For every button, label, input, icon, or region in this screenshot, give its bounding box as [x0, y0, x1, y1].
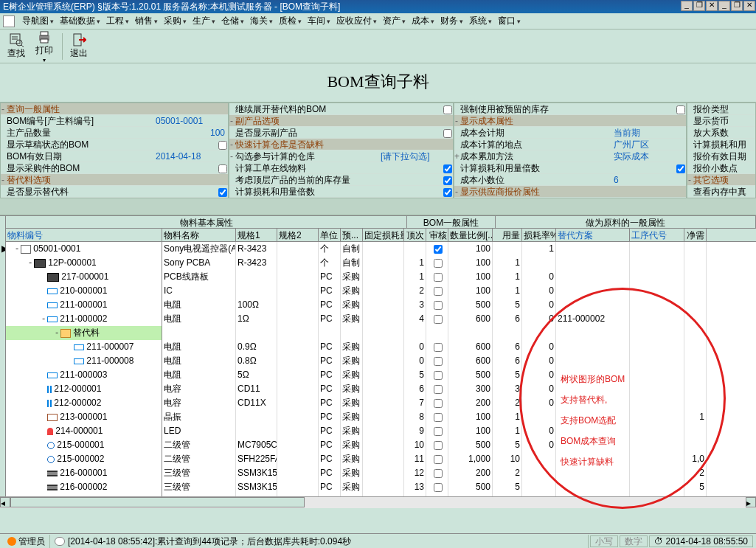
table-row[interactable]: 217-000001PCB线路板PC采购110010 — [0, 270, 756, 284]
find-button[interactable]: 查找 — [3, 31, 30, 61]
menu-海关[interactable]: 海关▾ — [247, 13, 276, 29]
message-icon — [55, 537, 65, 546]
scroll-thumb[interactable] — [10, 497, 305, 507]
table-row[interactable]: 213-000001晶振PC采购810011 — [0, 410, 756, 424]
res-icon — [47, 316, 58, 322]
menu-生产[interactable]: 生产▾ — [190, 13, 218, 29]
admin-icon — [7, 537, 16, 546]
minimize-button[interactable]: _ — [681, 1, 693, 11]
table-row[interactable]: + 11D-000001Sony底壳R-3423个自制21001 — [0, 494, 756, 496]
supplier-quote-header: 显示供应商报价属性 — [459, 186, 686, 197]
toolbar: 查找 打印▾ 退出 — [0, 30, 756, 63]
menu-成本[interactable]: 成本▾ — [409, 13, 437, 29]
divider[interactable] — [0, 198, 756, 215]
child-restore-button[interactable]: ❐ — [731, 1, 743, 11]
cost-method-field[interactable]: 实际成本 — [612, 150, 686, 162]
page-title: BOM查询子料 — [0, 63, 756, 103]
res-icon — [47, 288, 58, 294]
bom-number-field[interactable]: 05001-0001 — [154, 115, 228, 126]
trans-icon — [47, 456, 55, 463]
child-close-button[interactable]: ✕ — [743, 1, 755, 11]
table-row[interactable]: 211-000007电阻0.9ΩPC采购060060 — [0, 340, 756, 354]
exit-button[interactable]: 退出 — [66, 31, 92, 61]
num-indicator: 数字 — [620, 535, 648, 547]
main-qty-field[interactable]: 100 — [154, 127, 228, 138]
menu-销售[interactable]: 销售▾ — [132, 13, 161, 29]
res-icon — [74, 344, 84, 350]
table-row[interactable]: 210-000001ICPC采购210010 — [0, 284, 756, 298]
table-row[interactable]: - 替代料 — [0, 326, 756, 340]
title-bar: E树企业管理系统(ERP) §版本号:1.20.01 服务器名称:本机测试服务器… — [0, 0, 756, 13]
show-draft-checkbox[interactable] — [218, 141, 227, 150]
calc-loss-checkbox[interactable] — [443, 188, 452, 197]
grid-header-cols: 物料编号 物料名称 规格1 规格2 单位 预... 固定损耗量 顶次 审核 数量… — [0, 229, 756, 242]
menu-车间[interactable]: 车间▾ — [305, 13, 333, 29]
cost-props-header: 显示成本属性 — [459, 115, 686, 126]
chip-icon — [34, 259, 46, 268]
alt-options-header: 替代料选项 — [5, 174, 228, 185]
menu-工程[interactable]: 工程▾ — [103, 13, 132, 29]
svg-point-3 — [16, 40, 22, 46]
close-button[interactable]: ✕ — [706, 1, 718, 11]
table-row[interactable]: ▶- 05001-0001Sony电视遥控器(AR-3423个自制1001 — [0, 242, 756, 256]
grid-body[interactable]: ▶- 05001-0001Sony电视遥控器(AR-3423个自制1001- 1… — [0, 242, 756, 496]
show-byproduct-checkbox[interactable] — [443, 129, 452, 138]
child-minimize-button[interactable]: _ — [718, 1, 730, 11]
byproduct-header: 副产品选项 — [234, 115, 453, 126]
window-title: E树企业管理系统(ERP) §版本号:1.20.01 服务器名称:本机测试服务器… — [3, 0, 340, 13]
other-options-header: 其它选项 — [692, 174, 755, 185]
restore-button[interactable]: ❐ — [693, 1, 705, 11]
cost-location-field[interactable]: 广州厂区 — [612, 139, 686, 150]
menu-采购[interactable]: 采购▾ — [161, 13, 190, 29]
calc-loss2-checkbox[interactable] — [676, 164, 685, 173]
table-row[interactable]: 216-000001三级管SSM3K15FSPC采购1220022 — [0, 466, 756, 480]
table-row[interactable]: - 211-000002电阻1ΩPC采购460060211-000002 — [0, 312, 756, 326]
menu-基础数据[interactable]: 基础数据▾ — [57, 13, 103, 29]
table-row[interactable]: 215-000002二级管SFH225FAPC采购111,000101,0 — [0, 452, 756, 466]
cost-decimals-field[interactable]: 6 — [612, 174, 686, 185]
xtl-icon — [47, 414, 58, 421]
bom-grid: 物料基本属性 BOM一般属性 做为原料的一般属性 物料编号 物料名称 规格1 规… — [0, 215, 756, 508]
table-row[interactable]: 216-000002三级管SSM3K15FSPC采购1350055 — [0, 480, 756, 494]
show-alt-checkbox[interactable] — [218, 188, 227, 197]
led-icon — [47, 428, 53, 435]
table-row[interactable]: 214-000001LEDPC采购910010 — [0, 424, 756, 438]
menu-质检[interactable]: 质检▾ — [276, 13, 305, 29]
menu-窗口[interactable]: 窗口▾ — [495, 13, 524, 29]
table-row[interactable]: 211-000003电阻5ΩPC采购550050 — [0, 368, 756, 382]
table-row[interactable]: 212-000001电容CD11PC采购630030 — [0, 382, 756, 396]
scroll-right-button[interactable]: ▸ — [746, 497, 756, 507]
table-row[interactable]: 215-000001二级管MC7905CTPC采购1050050 — [0, 438, 756, 452]
folder-icon — [60, 329, 71, 338]
status-message: [2014-04-18 08:55:42]:累计查询到44项记录；后台数据库共耗… — [68, 535, 351, 548]
trans-icon — [47, 442, 55, 449]
cap-icon — [47, 400, 52, 407]
table-row[interactable]: 211-000001电阻100ΩPC采购350050 — [0, 298, 756, 312]
app-icon — [3, 15, 15, 27]
dip-icon — [47, 471, 58, 476]
table-row[interactable]: - 12P-000001Sony PCBAR-3423个自制11001 — [0, 256, 756, 270]
top-stock-checkbox[interactable] — [443, 176, 452, 185]
calc-wip-checkbox[interactable] — [443, 164, 452, 173]
menu-应收应付[interactable]: 应收应付▾ — [333, 13, 380, 29]
res-icon — [74, 358, 84, 364]
force-reserved-checkbox[interactable] — [676, 105, 685, 114]
menu-资产[interactable]: 资产▾ — [380, 13, 409, 29]
horizontal-scrollbar[interactable]: ◂ ▸ — [0, 496, 756, 508]
print-button[interactable]: 打印▾ — [31, 28, 58, 65]
cap-icon — [47, 386, 52, 393]
table-row[interactable]: 211-000008电阻0.8ΩPC采购060060 — [0, 354, 756, 368]
menu-财务[interactable]: 财务▾ — [437, 13, 466, 29]
table-row[interactable]: 212-000002电容CD11XPC采购720020 — [0, 396, 756, 410]
menu-仓储[interactable]: 仓储▾ — [218, 13, 247, 29]
warehouse-select[interactable]: [请下拉勾选] — [379, 150, 453, 162]
properties-panel: -查询一般属性 BOM编号[产主料编号]05001-0001 主产品数量100 … — [0, 103, 756, 198]
bom-date-field[interactable]: 2014-04-18 — [154, 150, 228, 162]
res-icon — [47, 302, 58, 308]
show-purchase-checkbox[interactable] — [218, 164, 227, 173]
scroll-left-button[interactable]: ◂ — [0, 497, 10, 507]
cost-period-field[interactable]: 当前期 — [612, 127, 686, 138]
menu-系统[interactable]: 系统▾ — [466, 13, 495, 29]
menu-导航图[interactable]: 导航图▾ — [19, 13, 57, 29]
expand-alt-checkbox[interactable] — [443, 105, 452, 114]
